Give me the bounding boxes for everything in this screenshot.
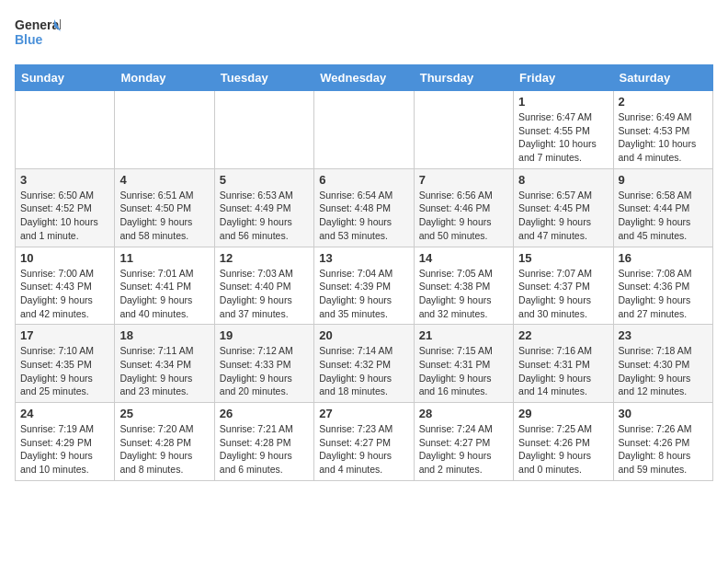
calendar-cell: 30Sunrise: 7:26 AMSunset: 4:26 PMDayligh… — [613, 403, 712, 481]
day-info: Sunrise: 7:24 AMSunset: 4:27 PMDaylight:… — [419, 422, 508, 477]
calendar-cell: 19Sunrise: 7:12 AMSunset: 4:33 PMDayligh… — [214, 325, 313, 403]
calendar-cell: 17Sunrise: 7:10 AMSunset: 4:35 PMDayligh… — [16, 325, 115, 403]
day-number: 22 — [518, 328, 608, 342]
weekday-header-sunday: Sunday — [16, 65, 115, 91]
calendar-cell: 12Sunrise: 7:03 AMSunset: 4:40 PMDayligh… — [214, 247, 313, 325]
day-number: 7 — [419, 173, 508, 187]
calendar-cell: 23Sunrise: 7:18 AMSunset: 4:30 PMDayligh… — [613, 325, 712, 403]
day-info: Sunrise: 6:54 AMSunset: 4:48 PMDaylight:… — [319, 189, 408, 243]
day-number: 13 — [319, 251, 408, 265]
day-info: Sunrise: 6:51 AMSunset: 4:50 PMDaylight:… — [119, 189, 209, 243]
svg-text:General: General — [15, 17, 61, 32]
day-info: Sunrise: 6:50 AMSunset: 4:52 PMDaylight:… — [20, 189, 109, 243]
day-info: Sunrise: 7:11 AMSunset: 4:34 PMDaylight:… — [119, 344, 209, 398]
calendar-cell: 25Sunrise: 7:20 AMSunset: 4:28 PMDayligh… — [115, 403, 214, 481]
day-info: Sunrise: 6:47 AMSunset: 4:55 PMDaylight:… — [518, 110, 608, 165]
calendar-cell — [214, 91, 313, 169]
day-number: 30 — [619, 407, 708, 420]
weekday-header-thursday: Thursday — [414, 65, 513, 91]
day-number: 23 — [619, 328, 708, 342]
calendar-cell: 5Sunrise: 6:53 AMSunset: 4:49 PMDaylight… — [214, 168, 313, 247]
svg-text:Blue: Blue — [15, 32, 43, 47]
day-number: 15 — [518, 251, 608, 265]
calendar-week-2: 3Sunrise: 6:50 AMSunset: 4:52 PMDaylight… — [16, 168, 713, 247]
day-number: 17 — [20, 328, 109, 342]
day-number: 12 — [220, 251, 309, 265]
page-header: General Blue — [15, 15, 713, 53]
weekday-header-wednesday: Wednesday — [314, 65, 414, 91]
day-info: Sunrise: 7:00 AMSunset: 4:43 PMDaylight:… — [20, 267, 109, 321]
calendar-cell — [115, 91, 214, 169]
calendar-cell: 21Sunrise: 7:15 AMSunset: 4:31 PMDayligh… — [414, 325, 513, 403]
day-number: 25 — [119, 407, 209, 420]
day-info: Sunrise: 7:19 AMSunset: 4:29 PMDaylight:… — [20, 422, 109, 477]
weekday-header-tuesday: Tuesday — [214, 65, 313, 91]
calendar-cell — [16, 91, 115, 169]
day-number: 14 — [419, 251, 508, 265]
logo-svg: General Blue — [15, 15, 61, 53]
calendar-week-5: 24Sunrise: 7:19 AMSunset: 4:29 PMDayligh… — [16, 403, 713, 481]
calendar-cell: 8Sunrise: 6:57 AMSunset: 4:45 PMDaylight… — [514, 168, 613, 247]
calendar-cell: 2Sunrise: 6:49 AMSunset: 4:53 PMDaylight… — [613, 91, 712, 169]
calendar-cell: 10Sunrise: 7:00 AMSunset: 4:43 PMDayligh… — [16, 247, 115, 325]
day-number: 27 — [319, 407, 408, 420]
day-number: 20 — [319, 328, 408, 342]
day-number: 18 — [119, 328, 209, 342]
calendar-week-4: 17Sunrise: 7:10 AMSunset: 4:35 PMDayligh… — [16, 325, 713, 403]
calendar-week-3: 10Sunrise: 7:00 AMSunset: 4:43 PMDayligh… — [16, 247, 713, 325]
calendar-table: SundayMondayTuesdayWednesdayThursdayFrid… — [15, 64, 713, 481]
calendar-cell: 22Sunrise: 7:16 AMSunset: 4:31 PMDayligh… — [514, 325, 613, 403]
weekday-header-saturday: Saturday — [613, 65, 712, 91]
weekday-header-row: SundayMondayTuesdayWednesdayThursdayFrid… — [16, 65, 713, 91]
day-info: Sunrise: 7:23 AMSunset: 4:27 PMDaylight:… — [319, 422, 408, 477]
logo: General Blue — [15, 15, 61, 53]
day-info: Sunrise: 7:25 AMSunset: 4:26 PMDaylight:… — [518, 422, 608, 477]
day-number: 26 — [220, 407, 309, 420]
calendar-cell: 20Sunrise: 7:14 AMSunset: 4:32 PMDayligh… — [314, 325, 414, 403]
calendar-cell: 13Sunrise: 7:04 AMSunset: 4:39 PMDayligh… — [314, 247, 414, 325]
calendar-cell: 6Sunrise: 6:54 AMSunset: 4:48 PMDaylight… — [314, 168, 414, 247]
calendar-cell: 24Sunrise: 7:19 AMSunset: 4:29 PMDayligh… — [16, 403, 115, 481]
day-info: Sunrise: 7:21 AMSunset: 4:28 PMDaylight:… — [220, 422, 309, 477]
day-info: Sunrise: 6:57 AMSunset: 4:45 PMDaylight:… — [518, 189, 608, 243]
day-info: Sunrise: 6:49 AMSunset: 4:53 PMDaylight:… — [619, 110, 708, 165]
day-number: 1 — [518, 95, 608, 109]
day-info: Sunrise: 7:01 AMSunset: 4:41 PMDaylight:… — [119, 267, 209, 321]
day-number: 29 — [518, 407, 608, 420]
day-info: Sunrise: 7:12 AMSunset: 4:33 PMDaylight:… — [220, 344, 309, 398]
day-number: 9 — [619, 173, 708, 187]
calendar-cell: 9Sunrise: 6:58 AMSunset: 4:44 PMDaylight… — [613, 168, 712, 247]
day-info: Sunrise: 7:07 AMSunset: 4:37 PMDaylight:… — [518, 267, 608, 321]
day-info: Sunrise: 6:53 AMSunset: 4:49 PMDaylight:… — [220, 189, 309, 243]
day-info: Sunrise: 6:58 AMSunset: 4:44 PMDaylight:… — [619, 189, 708, 243]
day-info: Sunrise: 7:26 AMSunset: 4:26 PMDaylight:… — [619, 422, 708, 477]
calendar-cell: 4Sunrise: 6:51 AMSunset: 4:50 PMDaylight… — [115, 168, 214, 247]
calendar-cell: 11Sunrise: 7:01 AMSunset: 4:41 PMDayligh… — [115, 247, 214, 325]
day-info: Sunrise: 7:14 AMSunset: 4:32 PMDaylight:… — [319, 344, 408, 398]
calendar-cell: 16Sunrise: 7:08 AMSunset: 4:36 PMDayligh… — [613, 247, 712, 325]
day-info: Sunrise: 7:03 AMSunset: 4:40 PMDaylight:… — [220, 267, 309, 321]
day-info: Sunrise: 7:10 AMSunset: 4:35 PMDaylight:… — [20, 344, 109, 398]
day-info: Sunrise: 7:18 AMSunset: 4:30 PMDaylight:… — [619, 344, 708, 398]
weekday-header-monday: Monday — [115, 65, 214, 91]
day-number: 28 — [419, 407, 508, 420]
day-info: Sunrise: 7:05 AMSunset: 4:38 PMDaylight:… — [419, 267, 508, 321]
calendar-cell: 1Sunrise: 6:47 AMSunset: 4:55 PMDaylight… — [514, 91, 613, 169]
calendar-cell: 15Sunrise: 7:07 AMSunset: 4:37 PMDayligh… — [514, 247, 613, 325]
day-number: 19 — [220, 328, 309, 342]
day-info: Sunrise: 7:04 AMSunset: 4:39 PMDaylight:… — [319, 267, 408, 321]
calendar-cell: 26Sunrise: 7:21 AMSunset: 4:28 PMDayligh… — [214, 403, 313, 481]
calendar-cell — [414, 91, 513, 169]
day-number: 21 — [419, 328, 508, 342]
day-number: 4 — [119, 173, 209, 187]
calendar-cell: 29Sunrise: 7:25 AMSunset: 4:26 PMDayligh… — [514, 403, 613, 481]
day-number: 6 — [319, 173, 408, 187]
day-number: 11 — [119, 251, 209, 265]
day-number: 10 — [20, 251, 109, 265]
day-number: 16 — [619, 251, 708, 265]
day-number: 2 — [619, 95, 708, 109]
calendar-cell: 18Sunrise: 7:11 AMSunset: 4:34 PMDayligh… — [115, 325, 214, 403]
day-info: Sunrise: 7:08 AMSunset: 4:36 PMDaylight:… — [619, 267, 708, 321]
calendar-cell: 28Sunrise: 7:24 AMSunset: 4:27 PMDayligh… — [414, 403, 513, 481]
calendar-cell: 14Sunrise: 7:05 AMSunset: 4:38 PMDayligh… — [414, 247, 513, 325]
